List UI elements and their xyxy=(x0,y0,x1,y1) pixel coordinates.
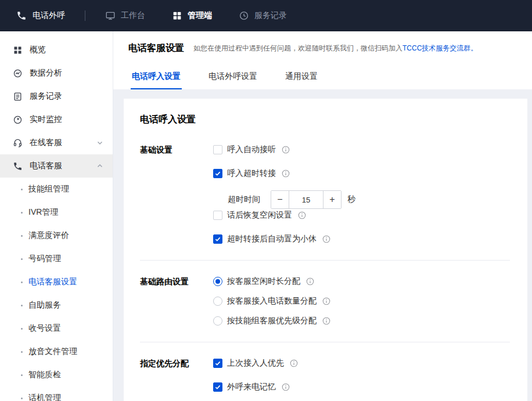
timeout-stepper: − + xyxy=(271,190,342,209)
last-agent-checkbox[interactable] xyxy=(213,359,222,368)
option-label: 按技能组客服优先级分配 xyxy=(227,316,317,326)
settings-card: 电话呼入设置 基础设置 呼入自动接听 xyxy=(124,99,527,401)
sidebar-item-label: 数据分析 xyxy=(30,68,62,78)
option-idle-time-routing: 按客服空闲时长分配 xyxy=(213,276,510,287)
timeout-duration-label: 超时时间 xyxy=(228,194,260,205)
auto-break-checkbox[interactable] xyxy=(213,234,222,244)
tab-general-settings[interactable]: 通用设置 xyxy=(284,65,319,89)
main-content: 电话客服设置 如您在使用过程中遇到任何问题，欢迎随时联系我们，微信扫码加入TCC… xyxy=(113,31,532,401)
info-icon[interactable] xyxy=(282,169,290,178)
section-heading: 基础设置 xyxy=(140,144,213,244)
notice-link[interactable]: TCCC技术服务交流群。 xyxy=(402,44,477,52)
timeout-unit-label: 秒 xyxy=(347,194,355,205)
option-skill-priority-routing: 按技能组客服优先级分配 xyxy=(213,316,510,326)
sidebar-subitem-label: 话机管理 xyxy=(28,393,61,401)
bullet-dot xyxy=(21,235,23,237)
sidebar-item-label: 实时监控 xyxy=(30,114,62,125)
sidebar-item-label: 服务记录 xyxy=(30,91,62,102)
tab-inbound-settings[interactable]: 电话呼入设置 xyxy=(131,65,182,89)
overview-icon xyxy=(13,45,23,55)
sidebar-subitem-label: 号码管理 xyxy=(28,254,61,264)
sidebar-subitem-skill-groups[interactable]: 技能组管理 xyxy=(0,178,113,201)
auto-answer-checkbox[interactable] xyxy=(213,145,222,154)
info-icon[interactable] xyxy=(322,235,330,243)
bullet-dot xyxy=(21,351,23,353)
notice-text: 如您在使用过程中遇到任何问题，欢迎随时联系我们，微信扫码加入 xyxy=(193,44,402,52)
option-call-count-routing: 按客服接入电话数量分配 xyxy=(213,296,510,306)
increase-button[interactable]: + xyxy=(323,191,341,208)
info-icon[interactable] xyxy=(322,317,330,325)
sidebar-subitem-label: 智能质检 xyxy=(28,370,61,380)
sidebar-subitem-satisfaction[interactable]: 满意度评价 xyxy=(0,224,113,247)
workbench-monitor-icon xyxy=(105,10,116,21)
sidebar-subitem-phone-service-settings[interactable]: 电话客服设置 xyxy=(0,270,113,294)
sidebar-subitem-phone-management[interactable]: 话机管理 xyxy=(0,386,113,401)
sidebar-subitem-ivr[interactable]: IVR管理 xyxy=(0,201,113,224)
sidebar: 概览 数据分析 服务记录 实时监控 在线客服 xyxy=(0,31,113,401)
bullet-dot xyxy=(21,189,23,190)
section-heading: 基础路由设置 xyxy=(140,276,213,326)
sidebar-item-phone-service[interactable]: 电话客服 xyxy=(0,154,113,178)
info-icon[interactable] xyxy=(290,359,298,367)
call-count-radio[interactable] xyxy=(213,297,222,306)
decrease-button[interactable]: − xyxy=(271,191,289,208)
sidebar-subitem-audio-files[interactable]: 放音文件管理 xyxy=(0,340,113,363)
sidebar-subitem-label: 放音文件管理 xyxy=(28,346,77,357)
sidebar-item-data-analysis[interactable]: 数据分析 xyxy=(0,62,113,85)
bullet-dot xyxy=(21,212,23,214)
tab-outbound-settings[interactable]: 电话外呼设置 xyxy=(207,65,258,89)
info-icon[interactable] xyxy=(298,211,306,219)
topbar-item-service-records[interactable]: 服务记录 xyxy=(239,10,287,21)
sidebar-item-label: 电话客服 xyxy=(30,161,62,171)
call-memory-checkbox[interactable] xyxy=(213,382,222,392)
skill-priority-radio[interactable] xyxy=(213,316,222,326)
bullet-dot xyxy=(21,281,23,283)
info-icon[interactable] xyxy=(322,297,330,305)
idle-time-radio[interactable] xyxy=(213,277,222,286)
option-last-agent-priority: 上次接入人优先 xyxy=(213,358,510,369)
sidebar-subitem-number-management[interactable]: 号码管理 xyxy=(0,247,113,270)
sidebar-item-service-records[interactable]: 服务记录 xyxy=(0,85,113,108)
sidebar-subitem-label: 技能组管理 xyxy=(28,184,69,194)
option-label: 外呼来电记忆 xyxy=(227,382,276,392)
sidebar-subitem-self-service[interactable]: 自助服务 xyxy=(0,294,113,317)
sidebar-subitem-number-collection[interactable]: 收号设置 xyxy=(0,317,113,340)
bullet-dot xyxy=(21,374,23,376)
sidebar-item-realtime-monitor[interactable]: 实时监控 xyxy=(0,108,113,131)
option-label: 按客服接入电话数量分配 xyxy=(227,296,317,306)
sidebar-subitem-label: IVR管理 xyxy=(28,207,58,218)
sidebar-subitem-quality-inspection[interactable]: 智能质检 xyxy=(0,363,113,386)
info-icon[interactable] xyxy=(282,146,290,154)
topbar-divider xyxy=(85,10,85,21)
section-divider xyxy=(140,260,510,261)
option-timeout-transfer: 呼入超时转接 xyxy=(213,168,510,179)
sidebar-subitem-label: 电话客服设置 xyxy=(28,277,77,287)
topbar-item-workbench[interactable]: 工作台 xyxy=(105,10,145,21)
timeout-transfer-checkbox[interactable] xyxy=(213,169,222,178)
option-label: 呼入自动接听 xyxy=(227,144,276,155)
topbar: 电话外呼 工作台 管理端 服务记录 xyxy=(0,0,532,31)
info-icon[interactable] xyxy=(306,277,314,286)
phone-icon xyxy=(13,161,23,171)
phone-outbound-icon xyxy=(16,10,27,21)
bullet-dot xyxy=(21,258,23,260)
sidebar-item-online-service[interactable]: 在线客服 xyxy=(0,131,113,154)
option-auto-answer: 呼入自动接听 xyxy=(213,144,510,155)
bullet-dot xyxy=(21,328,23,330)
option-label: 话后恢复空闲设置 xyxy=(227,210,292,221)
sidebar-subitem-label: 自助服务 xyxy=(28,300,61,310)
bullet-dot xyxy=(21,398,23,399)
timeout-value-input[interactable] xyxy=(289,191,323,208)
topbar-brand[interactable]: 电话外呼 xyxy=(16,10,65,21)
option-auto-break: 超时转接后自动置为小休 xyxy=(213,234,510,244)
sidebar-subitem-label: 满意度评价 xyxy=(28,230,69,241)
info-icon[interactable] xyxy=(282,383,290,391)
chevron-up-icon xyxy=(96,162,103,169)
topbar-item-admin[interactable]: 管理端 xyxy=(172,10,212,21)
after-call-idle-checkbox[interactable] xyxy=(213,211,222,220)
sidebar-item-overview[interactable]: 概览 xyxy=(0,38,113,62)
admin-grid-icon xyxy=(172,10,182,21)
option-label: 超时转接后自动置为小休 xyxy=(227,234,317,244)
option-after-call-idle: 话后恢复空闲设置 xyxy=(213,210,510,221)
page-notice: 如您在使用过程中遇到任何问题，欢迎随时联系我们，微信扫码加入TCCC技术服务交流… xyxy=(193,44,477,53)
